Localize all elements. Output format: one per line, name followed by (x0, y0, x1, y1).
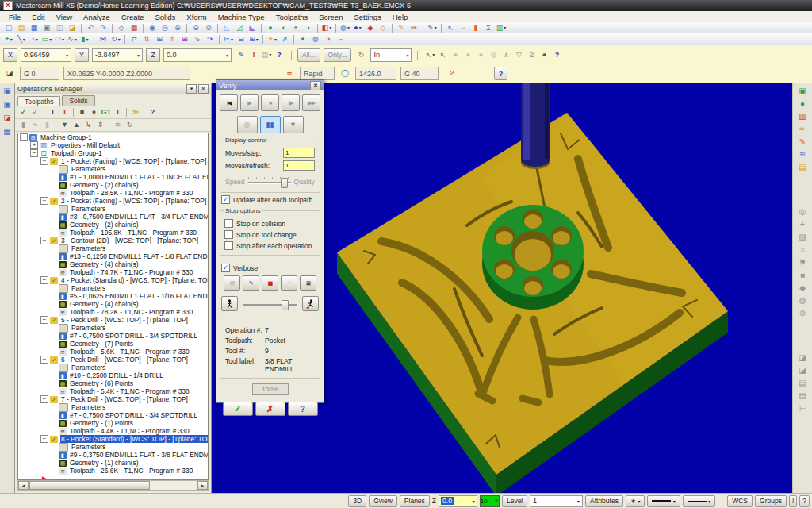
z-coordinate-button[interactable]: Z (146, 48, 160, 62)
cancel-button[interactable]: ✗ (255, 402, 285, 416)
tree-item[interactable]: ▦Geometry - (2) chain(s) (18, 221, 208, 229)
level-button[interactable]: Level (502, 495, 527, 507)
verbose-checkbox[interactable]: ✓ (221, 264, 230, 272)
create-arc-icon[interactable]: ◔▾ (28, 34, 40, 44)
moves-step-input[interactable]: 1 (283, 148, 315, 158)
tree-item[interactable]: −✓1 - Pocket (Facing) - [WCS: TOP] - [Tp… (18, 157, 208, 165)
pin-icon[interactable]: ⊢ (797, 403, 809, 414)
tree-item[interactable]: Parameters (18, 284, 208, 292)
sel-validate-icon[interactable]: ▽ (512, 50, 525, 60)
home-folder-icon[interactable]: ▤ (797, 391, 809, 402)
menu-item-toolpaths[interactable]: Toolpaths (270, 13, 314, 21)
menu-item-settings[interactable]: Settings (348, 13, 386, 21)
regen-selected-icon[interactable]: T (47, 107, 59, 117)
hide-toolpath-icon[interactable]: ≋ (112, 120, 124, 130)
3d-button[interactable]: 3D (348, 495, 366, 507)
zoom-in-icon[interactable]: ⊕ (171, 23, 184, 33)
analyze-chain-icon[interactable]: ▥▾ (495, 23, 508, 33)
statusbar-help-button[interactable]: ? (799, 495, 810, 507)
menu-item-screen[interactable]: Screen (313, 13, 348, 21)
gview-mini-icon[interactable]: ≣ (283, 68, 296, 79)
tree-item[interactable]: ▦Geometry - (7) Points (18, 340, 208, 348)
folder-icon[interactable]: ▤ (797, 162, 809, 173)
xform-offset-icon[interactable]: ⊞ (153, 34, 166, 44)
analyze-dynamic-icon[interactable]: ▮ (469, 23, 482, 33)
tree-expander[interactable]: − (40, 157, 48, 165)
turbo-button[interactable]: ◎ (237, 116, 258, 133)
xform-translate-icon[interactable]: ⇄ (128, 34, 140, 44)
tree-item[interactable]: ≋Toolpath - 78,2K - T1,NC - Program # 33… (18, 308, 208, 316)
select-all-operations-icon[interactable]: ✓ (17, 107, 29, 117)
polygon-icon[interactable]: ◆ (797, 283, 809, 294)
tree-horizontal-scrollbar[interactable]: ◂ ▸ (17, 480, 209, 491)
circle-icon[interactable]: ○ (797, 244, 809, 256)
help-button[interactable]: ? (288, 402, 318, 416)
menu-item-analyze[interactable]: Analyze (78, 13, 116, 21)
move-down-icon[interactable]: ▼ (59, 120, 71, 130)
tree-item[interactable]: ≋Toolpath - 5,6K - T1,NC - Program # 330 (18, 348, 208, 356)
verify-icon[interactable]: ● (88, 107, 100, 117)
gview-isometric-icon[interactable]: ● (264, 23, 277, 33)
rewind-button[interactable]: |◀ (220, 94, 238, 111)
tree-item[interactable]: ▦Geometry - (4) chain(s) (18, 260, 208, 268)
selection-help-icon[interactable]: ? (550, 50, 563, 60)
tree-item[interactable]: ≋Toolpath - 4,4K - T1,NC - Program # 330 (18, 427, 208, 435)
gcode-help-button[interactable]: ? (494, 67, 508, 80)
tree-item[interactable]: ▮#13 - 0,1250 ENDMILL1 FLAT - 1/8 FLAT E… (18, 252, 208, 260)
named-views-icon[interactable]: ▦ (128, 23, 140, 33)
tree-item[interactable]: −⊡Toolpath Group-1 (18, 149, 208, 157)
z-depth-input[interactable]: 0.0 ▾ (439, 495, 477, 507)
xform-stretch-icon[interactable]: ⇘ (191, 34, 204, 44)
highfeed-icon[interactable]: ≫ (129, 107, 141, 117)
new-file-icon[interactable]: ▢ (2, 23, 15, 33)
wcs-globe-icon[interactable]: ◍▾ (339, 23, 351, 33)
tree-item[interactable]: Parameters (18, 324, 208, 332)
ops-help-icon[interactable]: ? (147, 107, 159, 117)
update-after-toolpath-checkbox[interactable]: ✓ (221, 195, 230, 204)
gview-cube-icon[interactable]: ▣ (797, 86, 809, 97)
simulation-speed-slider[interactable] (243, 298, 297, 310)
panel-menu-button[interactable]: ▾ (186, 84, 197, 94)
group-copy-icon[interactable]: ◪ (797, 352, 809, 364)
tree-item[interactable]: ▮#10 - 0,2500 DRILL - 1/4 DRILL (18, 371, 208, 379)
repaint-icon[interactable]: ◿ (233, 23, 246, 33)
stop-after-each-operation-checkbox[interactable] (224, 241, 233, 250)
play-button[interactable]: ▶ (240, 94, 259, 111)
stop-on-tool-change-checkbox[interactable] (224, 230, 233, 239)
menu-item-edit[interactable]: Edit (26, 13, 50, 21)
scroll-thumb[interactable] (29, 481, 150, 490)
shade-wireframe-icon[interactable]: ◍ (309, 34, 322, 44)
xform-roll-icon[interactable]: ↷ (204, 34, 216, 44)
workpiece-button[interactable]: ▮▮ (260, 116, 281, 133)
tree-item[interactable]: +▥Properties - Mill Default (18, 141, 208, 149)
autocursor-warn-icon[interactable]: ! (247, 50, 260, 60)
undelete-icon[interactable]: ◇ (377, 23, 389, 33)
slow-walk-button[interactable] (221, 296, 238, 311)
tree-item[interactable]: −✓5 - Peck Drill - [WCS: TOP] - [Tplane:… (18, 316, 208, 324)
unzoom-icon[interactable]: ⊖ (190, 23, 202, 33)
tree-item[interactable]: ▮#9 - 0,3750 ENDMILL1 FLAT - 3/8 FLAT EN… (18, 451, 208, 459)
tree-item[interactable]: −✓3 - Contour (2D) - [WCS: TOP] - [Tplan… (18, 237, 208, 244)
sel-vector-icon[interactable]: ∧ (500, 50, 512, 60)
hatch-icon[interactable]: ▨ (797, 232, 809, 243)
layers-icon[interactable]: ≋ (797, 149, 809, 160)
no-entry-icon[interactable]: ⊘ (797, 308, 809, 319)
move-up-icon[interactable]: ▲ (71, 120, 82, 130)
tree-expander[interactable]: + (30, 141, 38, 149)
step-button[interactable]: |▶ (282, 94, 300, 111)
groups-button[interactable]: Groups (755, 495, 787, 507)
tree-item[interactable]: ≋Toolpath - 26,6K - T1,NC - Program # 33… (18, 467, 208, 475)
create-solid-icon[interactable]: ▮▾ (79, 34, 91, 44)
break-icon[interactable]: ⊟ (235, 34, 247, 44)
measure-icon[interactable]: ⇗ (278, 34, 291, 44)
analyze-entity-icon[interactable]: ✎▾ (426, 23, 439, 33)
xform-project-icon[interactable]: ⇑ (166, 34, 178, 44)
tree-item[interactable]: ▦Geometry - (1) Points (18, 419, 208, 427)
in-out-combo[interactable]: In▾ (370, 48, 412, 62)
toolpath-display-icon[interactable]: ≈ (29, 120, 41, 130)
dialog-close-icon[interactable]: ✕ (310, 81, 321, 90)
dynamic-pan-icon[interactable]: ◇ (115, 23, 128, 33)
tab-toolpaths[interactable]: Toolpaths (17, 96, 60, 106)
tree-item[interactable]: ▮#7 - 0,7500 SPOT DRILL - 3/4 SPOTDRILL (18, 411, 208, 419)
save-icon[interactable]: ▦ (28, 23, 40, 33)
